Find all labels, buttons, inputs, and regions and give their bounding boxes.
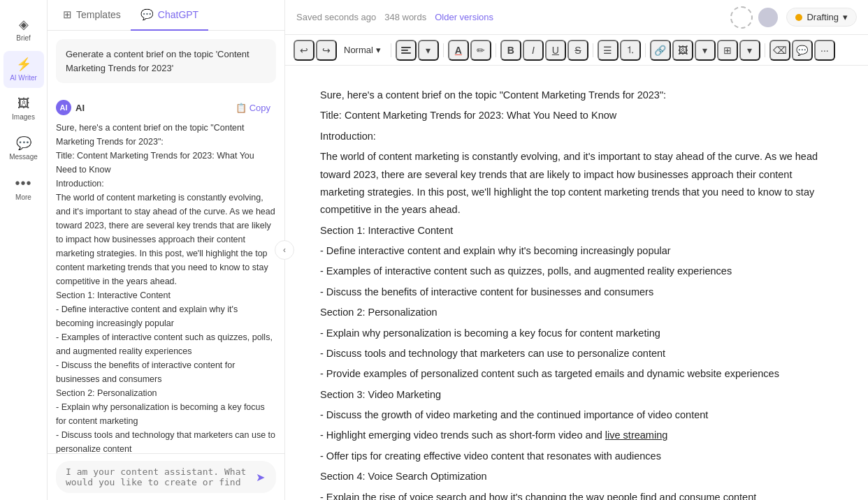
editor-line: - Provide examples of personalized conte… (320, 365, 833, 383)
more-icon: ••• (15, 175, 31, 191)
style-dropdown[interactable]: Normal ▾ (338, 42, 386, 58)
copy-button[interactable]: 📋 Copy (230, 101, 276, 115)
ai-message-line: - Explain why personalization is becomin… (56, 400, 276, 428)
editor-line: - Explain the rise of voice search and h… (320, 489, 833, 501)
svg-rect-0 (401, 47, 411, 48)
drafting-badge[interactable]: Drafting ▾ (786, 8, 857, 27)
italic-button[interactable]: I (523, 40, 544, 61)
user-avatar-group (730, 6, 779, 29)
toolbar-divider-2 (443, 43, 444, 57)
editor-line: - Explain why personalization is becomin… (320, 325, 833, 342)
user-avatar-1[interactable] (730, 6, 753, 29)
link-button[interactable]: 🔗 (650, 40, 671, 61)
tab-chatgpt[interactable]: 💬 ChatGPT (131, 0, 208, 31)
images-icon: 🖼 (17, 96, 30, 111)
topbar-left: Saved seconds ago 348 words Older versio… (296, 12, 719, 22)
align-button[interactable] (396, 40, 417, 61)
editor-line: Introduction: (320, 128, 833, 145)
sidebar-brief-label: Brief (16, 34, 31, 43)
editor-line: The world of content marketing is consta… (320, 148, 833, 219)
panel-collapse-button[interactable]: ‹ (275, 240, 294, 260)
chat-message-header: AI AI 📋 Copy (56, 100, 276, 115)
saved-status: Saved seconds ago (296, 12, 376, 22)
topbar: Saved seconds ago 348 words Older versio… (285, 0, 868, 35)
templates-icon: ⊞ (63, 8, 72, 21)
user-avatar-2[interactable] (757, 6, 779, 29)
chat-area: AI AI 📋 Copy Sure, here's a content brie… (48, 91, 284, 453)
send-button[interactable]: ➤ (254, 469, 266, 485)
sidebar-item-brief[interactable]: ◈ Brief (3, 11, 44, 48)
chat-input-area: ➤ (48, 453, 284, 500)
highlight-button[interactable]: ✏ (470, 40, 491, 61)
editor-line: - Offer tips for creating effective vide… (320, 448, 833, 465)
drafting-label: Drafting (806, 12, 839, 22)
comment-button[interactable]: 💬 (792, 40, 813, 61)
sidebar: ◈ Brief ⚡ AI Writer 🖼 Images 💬 Message •… (0, 0, 48, 500)
ai-message-line: - Define interactive content and explain… (56, 302, 276, 330)
clear-format-button[interactable]: ⌫ (769, 40, 790, 61)
text-color-button[interactable]: A (448, 40, 469, 61)
copy-label: Copy (249, 103, 270, 113)
toolbar-divider-1 (391, 43, 391, 57)
ai-message-body: Sure, here's a content brief on the topi… (56, 121, 276, 453)
sidebar-item-ai-writer[interactable]: ⚡ AI Writer (3, 51, 44, 88)
editor-content[interactable]: Sure, here's a content brief on the topi… (285, 66, 868, 500)
toolbar-divider-3 (496, 43, 496, 57)
editor-line: Section 3: Video Marketing (320, 386, 833, 404)
sidebar-more-label: More (15, 193, 31, 202)
editor-line: - Highlight emerging video trends such a… (320, 427, 833, 444)
chat-panel: ⊞ Templates 💬 ChatGPT ‹ Generate a conte… (48, 0, 285, 500)
bullet-list-button[interactable]: ☰ (598, 40, 619, 61)
editor-line: - Discuss tools and technology that mark… (320, 345, 833, 362)
templates-tab-label: Templates (76, 9, 121, 20)
panel-tabs: ⊞ Templates 💬 ChatGPT (48, 0, 284, 31)
editor-area: Saved seconds ago 348 words Older versio… (285, 0, 868, 500)
ai-message-line: Sure, here's a content brief on the topi… (56, 121, 276, 149)
editor-line: - Discuss the growth of video marketing … (320, 406, 833, 424)
undo-button[interactable]: ↩ (294, 40, 314, 61)
image-chevron-button[interactable]: ▾ (695, 40, 716, 61)
query-text: Generate a content brief on the topic 'C… (66, 49, 249, 73)
ai-message: AI AI 📋 Copy Sure, here's a content brie… (56, 100, 276, 453)
strikethrough-button[interactable]: S (567, 40, 588, 61)
editor-line: Section 4: Voice Search Optimization (320, 468, 833, 485)
drafting-chevron: ▾ (843, 12, 848, 22)
ai-writer-icon: ⚡ (16, 57, 31, 72)
editor-line: - Define interactive content and explain… (320, 242, 833, 260)
sidebar-message-label: Message (9, 153, 38, 161)
tab-templates[interactable]: ⊞ Templates (53, 0, 131, 31)
redo-button[interactable]: ↪ (316, 40, 337, 61)
ai-message-line: Section 1: Interactive Content (56, 288, 276, 302)
bold-button[interactable]: B (500, 40, 521, 61)
sidebar-item-message[interactable]: 💬 Message (3, 130, 44, 167)
sidebar-item-images[interactable]: 🖼 Images (3, 91, 44, 127)
ai-message-line: Introduction: (56, 177, 276, 191)
toolbar-divider-4 (593, 43, 593, 57)
style-chevron-icon: ▾ (376, 45, 381, 55)
more-options-button[interactable]: ··· (814, 40, 835, 61)
topbar-right: Drafting ▾ (730, 6, 857, 29)
align-chevron-button[interactable]: ▾ (418, 40, 439, 61)
ai-message-line: Section 2: Personalization (56, 386, 276, 400)
ai-message-line: Title: Content Marketing Trends for 2023… (56, 149, 276, 177)
editor-line: Section 2: Personalization (320, 304, 833, 321)
chat-input[interactable] (66, 466, 249, 487)
sidebar-item-more[interactable]: ••• More (3, 170, 44, 207)
toolbar-divider-6 (765, 43, 765, 57)
ai-sender-label: AI AI (56, 100, 85, 115)
toolbar-divider-5 (645, 43, 646, 57)
table-chevron-button[interactable]: ▾ (739, 40, 760, 61)
underline-button[interactable]: U (545, 40, 566, 61)
older-versions-link[interactable]: Older versions (435, 12, 493, 22)
editor-line: - Examples of interactive content such a… (320, 263, 833, 280)
image-button[interactable]: 🖼 (672, 40, 693, 61)
numbered-list-button[interactable]: ⒈ (620, 40, 641, 61)
chatgpt-tab-label: ChatGPT (158, 9, 198, 20)
copy-icon: 📋 (236, 103, 247, 113)
sidebar-ai-writer-label: AI Writer (10, 74, 37, 82)
toolbar: ↩ ↪ Normal ▾ ▾ A ✏ B I U S ☰ ⒈ 🔗 🖼 ▾ (285, 35, 868, 66)
svg-rect-2 (401, 52, 411, 54)
table-button[interactable]: ⊞ (717, 40, 738, 61)
editor-line: Sure, here's a content brief on the topi… (320, 87, 833, 104)
editor-line: - Discuss the benefits of interactive co… (320, 284, 833, 301)
